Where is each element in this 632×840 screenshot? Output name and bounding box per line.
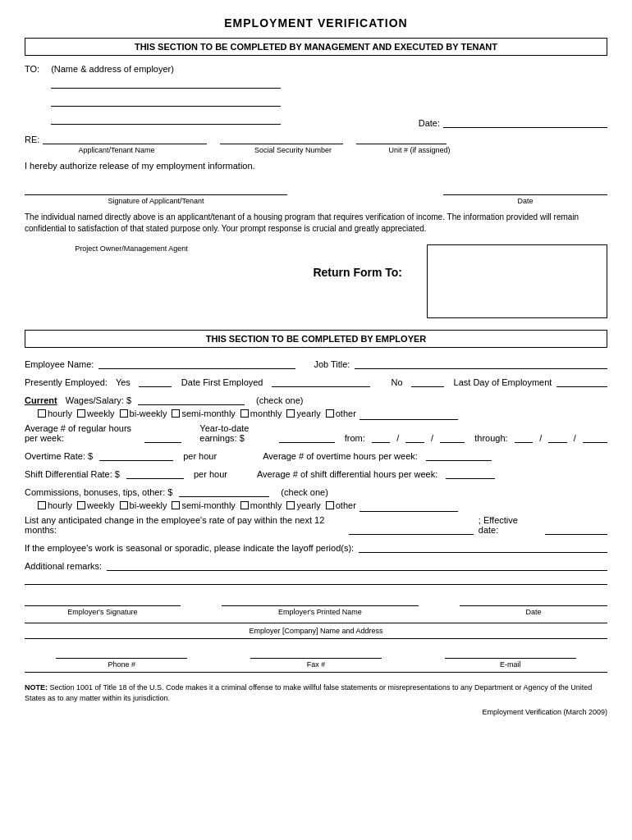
re-field[interactable] (43, 131, 207, 144)
yearly-checkbox-item[interactable]: yearly (286, 409, 320, 418)
address-line-3[interactable] (51, 110, 281, 125)
re-row: RE: (25, 131, 607, 144)
avg-shift-field[interactable] (446, 466, 495, 479)
bi-weekly-checkbox2[interactable] (120, 501, 128, 509)
per-hour-label2: per hour (194, 469, 227, 479)
monthly-checkbox[interactable] (240, 409, 249, 418)
anticipated-change-label: List any anticipated change in the emplo… (25, 515, 341, 535)
yearly-label2: yearly (296, 500, 320, 510)
re-sub-labels: Applicant/Tenant Name Social Security Nu… (25, 146, 607, 154)
avg-hours-row: Average # of regular hours per week: Yea… (25, 423, 607, 443)
fax-field[interactable] (250, 642, 382, 659)
weekly-checkbox-item[interactable]: weekly (77, 409, 115, 418)
other-wages-field[interactable] (360, 407, 458, 420)
semi-monthly-checkbox[interactable] (172, 409, 180, 418)
overtime-rate-label: Overtime Rate: $ (25, 451, 93, 461)
no-label: No (392, 377, 403, 387)
fax-item: Fax # (219, 642, 414, 669)
hourly-checkbox-item[interactable]: hourly (38, 409, 72, 418)
return-address-box[interactable] (427, 244, 607, 318)
signature-label: Signature of Applicant/Tenant (25, 197, 287, 205)
avg-hours-field[interactable] (144, 430, 181, 443)
wages-field[interactable] (138, 392, 245, 405)
seasonal-row: If the employee's work is seasonal or sp… (25, 540, 607, 553)
address-block: (Name & address of employer) (51, 64, 281, 128)
date-label: Date: (419, 118, 440, 128)
hourly-cb2[interactable]: hourly (38, 500, 72, 510)
last-day-field[interactable] (556, 374, 607, 387)
other-checkbox[interactable] (326, 409, 334, 418)
other-label2: other (336, 500, 356, 510)
monthly-checkbox2[interactable] (240, 501, 249, 509)
return-left: Project Owner/Management Agent Return Fo… (25, 244, 410, 318)
other-comm-field[interactable] (360, 499, 458, 512)
signature-field[interactable] (25, 179, 287, 195)
through-field3[interactable] (583, 430, 607, 443)
weekly-checkbox[interactable] (77, 409, 85, 418)
address-line-2[interactable] (51, 92, 281, 107)
bi-weekly-cb2[interactable]: bi-weekly (120, 500, 167, 510)
through-field1[interactable] (515, 430, 534, 443)
yearly-label: yearly (296, 409, 320, 418)
email-field[interactable] (445, 642, 576, 659)
effective-date-label: ; Effective date: (479, 515, 538, 535)
hourly-checkbox[interactable] (38, 409, 46, 418)
address-line-1[interactable] (51, 74, 281, 89)
anticipated-change-field[interactable] (349, 522, 473, 535)
yes-field[interactable] (139, 374, 172, 387)
through-field2[interactable] (548, 430, 567, 443)
phone-field[interactable] (56, 642, 187, 659)
weekly-label2: weekly (87, 500, 115, 510)
avg-overtime-field[interactable] (426, 448, 492, 461)
commissions-label: Commissions, bonuses, tips, other: $ (25, 487, 172, 497)
weekly-cb2[interactable]: weekly (77, 500, 115, 510)
employee-name-field[interactable] (98, 356, 295, 369)
remarks-field[interactable] (107, 558, 607, 571)
per-hour-label: per hour (183, 451, 217, 461)
return-form-to: Return Form To: (25, 266, 410, 279)
employer-printed-field[interactable] (222, 590, 419, 606)
bi-weekly-checkbox[interactable] (120, 409, 128, 418)
semi-monthly-cb2[interactable]: semi-monthly (172, 500, 235, 510)
date-field[interactable] (443, 115, 607, 128)
monthly-checkbox-item[interactable]: monthly (240, 409, 282, 418)
overtime-rate-field[interactable] (99, 448, 173, 461)
yearly-checkbox2[interactable] (286, 501, 295, 509)
employer-sig-field[interactable] (25, 590, 181, 606)
from-field1[interactable] (372, 430, 391, 443)
effective-date-field[interactable] (545, 522, 607, 535)
shift-diff-field[interactable] (126, 466, 184, 479)
weekly-checkbox2[interactable] (77, 501, 85, 509)
unit-label: Unit # (if assigned) (374, 146, 465, 154)
hourly-checkbox2[interactable] (38, 501, 46, 509)
date-first-employed-field[interactable] (272, 374, 370, 387)
monthly-cb2[interactable]: monthly (240, 500, 282, 510)
sig-date-row (25, 179, 607, 195)
semi-monthly-label2: semi-monthly (181, 500, 235, 510)
yearly-cb2[interactable]: yearly (286, 500, 320, 510)
return-section: Project Owner/Management Agent Return Fo… (25, 244, 607, 318)
note-content: Section 1001 of Title 18 of the U.S. Cod… (25, 683, 592, 702)
semi-monthly-label: semi-monthly (181, 409, 235, 418)
semi-monthly-checkbox2[interactable] (172, 501, 180, 509)
ytd-field[interactable] (279, 430, 335, 443)
employee-name-row: Employee Name: Job Title: (25, 356, 607, 369)
employer-date-field[interactable] (460, 590, 607, 606)
other-cb2[interactable]: other (326, 499, 458, 512)
semi-monthly-checkbox-item[interactable]: semi-monthly (172, 409, 235, 418)
other-checkbox2[interactable] (326, 501, 334, 509)
yearly-checkbox[interactable] (286, 409, 295, 418)
no-field[interactable] (411, 374, 444, 387)
avg-overtime-label: Average # of overtime hours per week: (263, 451, 418, 461)
job-title-field[interactable] (355, 356, 607, 369)
from-field3[interactable] (440, 430, 465, 443)
commissions-field[interactable] (179, 484, 269, 497)
remarks-row: Additional remarks: (25, 558, 607, 571)
bi-weekly-checkbox-item[interactable]: bi-weekly (120, 409, 167, 418)
ssn-field[interactable] (220, 131, 343, 144)
from-field2[interactable] (405, 430, 424, 443)
seasonal-field[interactable] (359, 540, 607, 553)
signature-date-field[interactable] (443, 179, 607, 195)
unit-field[interactable] (356, 131, 447, 144)
other-checkbox-item[interactable]: other (326, 407, 458, 420)
